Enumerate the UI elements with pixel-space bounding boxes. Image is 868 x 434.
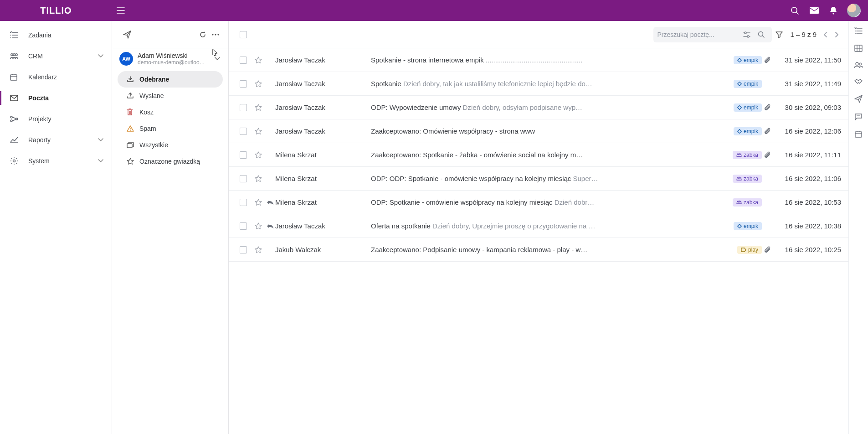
filter-button[interactable] (772, 31, 786, 38)
mail-subject: Spotkanie - strona internetowa empik ...… (371, 56, 730, 64)
mail-tag[interactable]: zabka (733, 198, 762, 207)
mail-tag[interactable]: empik (734, 56, 762, 64)
brand-logo[interactable]: TILLIO (0, 5, 112, 16)
account-selector[interactable]: AW Adam Wiśniewski demo-mus-demo@outloo… (112, 48, 228, 70)
mail-date: 16 sie 2022, 12:06 (773, 127, 841, 135)
mail-row[interactable]: Jarosław TaczakSpotkanie Dzień dobry, ta… (229, 72, 848, 96)
handshake-icon (854, 78, 863, 85)
star-button[interactable] (252, 175, 265, 182)
account-expand-button[interactable] (213, 55, 222, 62)
folder-item[interactable]: Wysłane (118, 88, 223, 104)
all-icon (127, 142, 135, 148)
mail-button[interactable] (804, 7, 824, 14)
row-checkbox[interactable] (240, 151, 247, 159)
svg-point-63 (855, 31, 856, 31)
mail-tag[interactable]: zabka (733, 151, 762, 159)
refresh-button[interactable] (196, 28, 209, 41)
row-checkbox[interactable] (240, 246, 247, 253)
rail-tasks-button[interactable] (854, 27, 863, 35)
sidebar-item-label: Poczta (28, 94, 49, 102)
rail-send-button[interactable] (854, 95, 863, 103)
star-button[interactable] (252, 222, 265, 230)
star-button[interactable] (252, 246, 265, 253)
row-checkbox[interactable] (240, 199, 247, 206)
svg-line-33 (11, 163, 12, 164)
row-checkbox[interactable] (240, 57, 247, 64)
star-outline-icon (255, 128, 262, 135)
star-button[interactable] (252, 151, 265, 159)
mail-tag[interactable]: empik (734, 80, 762, 88)
rail-deal-button[interactable] (854, 78, 863, 85)
select-all-checkbox[interactable] (240, 31, 247, 38)
mail-tag[interactable]: play (737, 246, 762, 254)
mail-tag[interactable]: empik (734, 222, 762, 230)
search-submit-button[interactable] (754, 31, 768, 38)
folder-item[interactable]: Spam (118, 120, 223, 137)
mail-row[interactable]: Jarosław TaczakZaakceptowano: Omówienie … (229, 119, 848, 143)
folder-item[interactable]: Odebrane (118, 71, 223, 88)
tag-crown-icon (736, 176, 742, 181)
menu-toggle-button[interactable] (112, 7, 129, 14)
table-icon (854, 45, 863, 52)
sidebar-item-settings[interactable]: System (0, 150, 112, 171)
sidebar-item-reports[interactable]: Raporty (0, 129, 112, 150)
mail-preview: ........................................… (484, 56, 583, 64)
row-checkbox[interactable] (240, 80, 247, 88)
user-avatar[interactable] (847, 4, 861, 17)
mail-search-input[interactable] (657, 31, 740, 38)
sidebar-item-mail[interactable]: Poczta (0, 88, 112, 108)
mail-tag[interactable]: empik (734, 127, 762, 135)
more-options-button[interactable] (209, 31, 222, 38)
global-search-button[interactable] (785, 6, 804, 15)
mail-row[interactable]: Milena SkrzatODP: Spotkanie - omówienie … (229, 191, 848, 214)
star-button[interactable] (252, 80, 265, 88)
row-checkbox[interactable] (240, 175, 247, 182)
folder-label: Kosz (139, 108, 154, 116)
mail-subject: Spotkanie Dzień dobry, tak jak ustaliliś… (371, 80, 730, 88)
compose-button[interactable] (120, 28, 134, 41)
svg-point-39 (217, 34, 219, 35)
mail-row[interactable]: Milena SkrzatZaakceptowano: Spotkanie - … (229, 143, 848, 167)
tag-diamond-icon (737, 82, 742, 86)
notifications-button[interactable] (824, 6, 842, 15)
folder-item[interactable]: Oznaczone gwiazdką (118, 153, 223, 170)
row-checkbox[interactable] (240, 128, 247, 135)
paperclip-icon (764, 128, 770, 135)
rail-table-button[interactable] (854, 45, 863, 52)
sidebar-item-crm[interactable]: CRM (0, 46, 112, 67)
attachment-indicator (762, 57, 773, 64)
mail-row[interactable]: Jarosław TaczakSpotkanie - strona intern… (229, 48, 848, 72)
sidebar-item-label: Kalendarz (28, 73, 57, 81)
row-checkbox[interactable] (240, 222, 247, 230)
paper-plane-icon (123, 31, 131, 39)
attachment-indicator (762, 104, 773, 111)
search-settings-button[interactable] (740, 31, 754, 38)
star-button[interactable] (252, 199, 265, 206)
folder-item[interactable]: Kosz (118, 104, 223, 120)
svg-line-34 (16, 158, 17, 159)
star-button[interactable] (252, 57, 265, 64)
prev-page-button[interactable] (820, 32, 831, 37)
rail-contacts-button[interactable] (854, 62, 863, 68)
sidebar-item-projects[interactable]: Projekty (0, 108, 112, 129)
rail-chat-button[interactable] (854, 113, 863, 120)
rail-calendar-button[interactable] (855, 130, 862, 138)
folder-item[interactable]: Wszystkie (118, 137, 223, 153)
row-checkbox[interactable] (240, 104, 247, 111)
star-button[interactable] (252, 128, 265, 135)
sidebar-item-tasks[interactable]: Zadania (0, 25, 112, 46)
next-page-button[interactable] (831, 32, 842, 37)
mail-tag[interactable]: zabka (733, 175, 762, 183)
mail-sender: Jarosław Taczak (275, 80, 371, 88)
mail-row[interactable]: Jarosław TaczakOferta na spotkanie Dzień… (229, 214, 848, 238)
mail-row[interactable]: Jakub WalczakZaakceptowano: Podpisanie u… (229, 238, 848, 262)
mail-subject: ODP: Spotkanie - omówienie współpracy na… (371, 198, 729, 206)
mail-preview: Dzień dobry, Uprzejmie proszę o przygoto… (431, 222, 596, 230)
mail-tag[interactable]: empik (734, 103, 762, 112)
mail-preview: Dzień dobr… (553, 198, 595, 206)
star-button[interactable] (252, 104, 265, 111)
mail-row[interactable]: Milena SkrzatODP: ODP: Spotkanie - omówi… (229, 167, 848, 191)
sidebar-item-calendar[interactable]: Kalendarz (0, 67, 112, 88)
mail-search (653, 27, 772, 42)
mail-row[interactable]: Jarosław TaczakODP: Wypowiedzenie umowy … (229, 96, 848, 119)
